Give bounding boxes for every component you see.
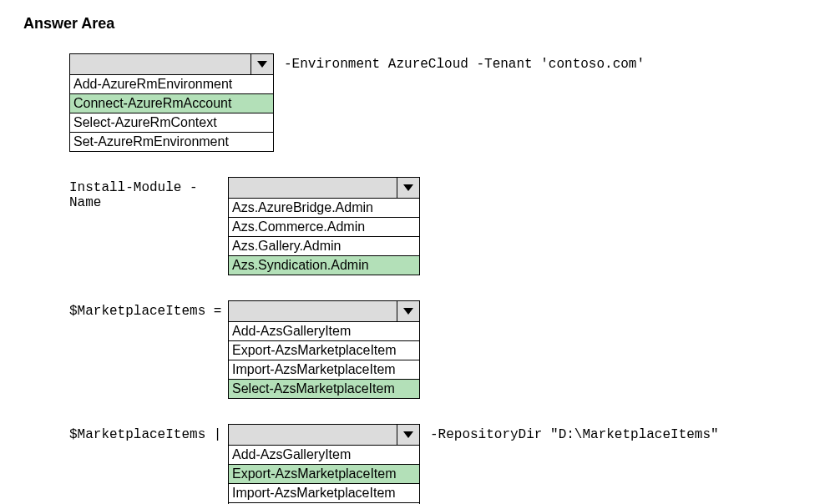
dropdown-1: Add-AzureRmEnvironment Connect-AzureRmAc… <box>69 53 274 152</box>
svg-marker-2 <box>403 308 413 315</box>
dropdown-3-toggle[interactable] <box>228 300 420 322</box>
row-3-prefix: $MarketplaceItems = <box>69 300 228 319</box>
option[interactable]: Import-AzsMarketplaceItem <box>229 483 419 502</box>
chevron-down-icon <box>397 301 419 321</box>
dropdown-4: Add-AzsGalleryItem Export-AzsMarketplace… <box>228 424 420 504</box>
dropdown-4-options: Add-AzsGalleryItem Export-AzsMarketplace… <box>228 446 420 504</box>
row-2: Install-Module -Name Azs.AzureBridge.Adm… <box>69 177 812 275</box>
option[interactable]: Add-AzsGalleryItem <box>229 446 419 464</box>
row-4: $MarketplaceItems | Add-AzsGalleryItem E… <box>69 424 812 504</box>
dropdown-3-options: Add-AzsGalleryItem Export-AzsMarketplace… <box>228 322 420 399</box>
dropdown-2-toggle[interactable] <box>228 177 420 199</box>
dropdown-1-toggle[interactable] <box>69 53 274 75</box>
row-4-suffix: -RepositoryDir "D:\MarketplaceItems" <box>430 424 719 442</box>
option[interactable]: Add-AzsGalleryItem <box>229 322 419 340</box>
dropdown-3: Add-AzsGalleryItem Export-AzsMarketplace… <box>228 300 420 399</box>
option[interactable]: Azs.AzureBridge.Admin <box>229 199 419 217</box>
chevron-down-icon <box>250 54 273 74</box>
svg-marker-0 <box>257 61 267 68</box>
row-1-suffix: -Environment AzureCloud -Tenant 'contoso… <box>284 53 645 72</box>
page-title: Answer Area <box>23 15 812 33</box>
option[interactable]: Set-AzureRmEnvironment <box>70 132 273 151</box>
svg-marker-1 <box>403 184 413 191</box>
dropdown-4-toggle[interactable] <box>228 424 420 446</box>
option[interactable]: Export-AzsMarketplaceItem <box>229 340 419 360</box>
dropdown-2-options: Azs.AzureBridge.Admin Azs.Commerce.Admin… <box>228 199 420 275</box>
row-3: $MarketplaceItems = Add-AzsGalleryItem E… <box>69 300 812 399</box>
svg-marker-3 <box>403 431 413 438</box>
option[interactable]: Import-AzsMarketplaceItem <box>229 360 419 379</box>
option[interactable]: Add-AzureRmEnvironment <box>70 75 273 93</box>
dropdown-1-options: Add-AzureRmEnvironment Connect-AzureRmAc… <box>69 75 274 152</box>
chevron-down-icon <box>397 425 419 445</box>
option[interactable]: Export-AzsMarketplaceItem <box>229 464 419 483</box>
chevron-down-icon <box>397 178 419 198</box>
row-2-prefix: Install-Module -Name <box>69 177 228 210</box>
option[interactable]: Connect-AzureRmAccount <box>70 93 273 113</box>
option[interactable]: Select-AzsMarketplaceItem <box>229 379 419 398</box>
option[interactable]: Select-AzureRmContext <box>70 113 273 132</box>
option[interactable]: Azs.Commerce.Admin <box>229 217 419 236</box>
row-4-prefix: $MarketplaceItems | <box>69 424 228 442</box>
row-1: Add-AzureRmEnvironment Connect-AzureRmAc… <box>69 53 812 152</box>
option[interactable]: Azs.Syndication.Admin <box>229 255 419 275</box>
dropdown-2: Azs.AzureBridge.Admin Azs.Commerce.Admin… <box>228 177 420 275</box>
option[interactable]: Azs.Gallery.Admin <box>229 236 419 255</box>
